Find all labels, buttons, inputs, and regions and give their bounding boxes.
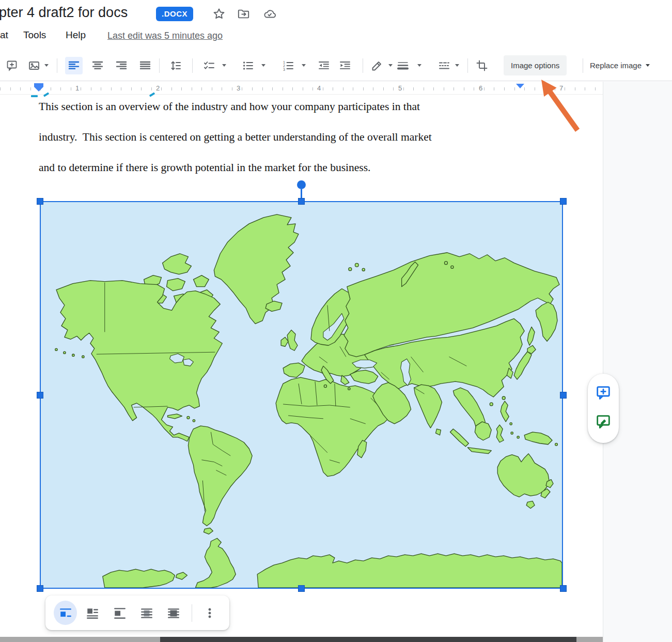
crop-icon[interactable] (473, 57, 491, 74)
checklist-caret-icon[interactable] (222, 64, 226, 67)
decrease-indent-icon[interactable] (315, 57, 333, 74)
break-text-icon[interactable] (110, 603, 130, 623)
world-map-image[interactable] (40, 201, 563, 589)
ruler-number: 6 (479, 84, 482, 92)
increase-indent-icon[interactable] (336, 57, 354, 74)
page-margin-panel (603, 82, 672, 642)
toolbar-separator (583, 58, 583, 73)
ruler-number: 3 (237, 84, 240, 92)
ruler-ticks (0, 87, 603, 90)
resize-handle-s[interactable] (298, 585, 305, 592)
align-right-icon[interactable] (113, 57, 130, 74)
replace-image-label: Replace image (590, 61, 642, 70)
left-indent-marker[interactable] (34, 83, 43, 87)
paragraph-line[interactable]: industry. This section is centered on ge… (39, 131, 432, 144)
insert-image-icon[interactable] (25, 57, 43, 74)
docx-badge: .DOCX (156, 7, 193, 21)
move-folder-icon[interactable] (237, 7, 250, 21)
border-dash-caret-icon[interactable] (455, 64, 459, 67)
insert-image-caret-icon[interactable] (44, 64, 49, 67)
svg-text:2: 2 (283, 64, 285, 68)
last-edit-link[interactable]: Last edit was 5 minutes ago (107, 30, 223, 41)
toolbar-separator (467, 58, 468, 73)
cloud-status-icon[interactable] (263, 7, 276, 21)
replace-image-button[interactable]: Replace image (590, 55, 650, 75)
horizontal-scrollbar-thumb[interactable] (160, 637, 576, 642)
align-left-icon[interactable] (65, 57, 83, 74)
resize-handle-nw[interactable] (37, 198, 43, 205)
paragraph-line[interactable]: This section is an overview of the indus… (39, 100, 420, 113)
rotation-handle[interactable] (297, 180, 306, 189)
heading-text-fragment (31, 95, 38, 97)
add-comment-icon[interactable] (595, 385, 612, 403)
resize-handle-e[interactable] (560, 392, 567, 399)
toolbar-separator (192, 58, 193, 73)
checklist-icon[interactable] (200, 57, 218, 74)
google-docs-window: pter 4 draft2 for docs .DOCX at Tools He… (0, 0, 672, 642)
more-options-icon[interactable] (200, 603, 220, 623)
image-wrap-toolbar (45, 595, 229, 630)
border-color-icon[interactable] (368, 57, 386, 74)
border-weight-caret-icon[interactable] (417, 64, 421, 67)
side-action-pill (588, 374, 619, 443)
border-weight-icon[interactable] (394, 57, 412, 74)
horizontal-ruler[interactable]: 1 2 3 4 5 6 7 (0, 83, 603, 95)
border-dash-icon[interactable] (435, 57, 453, 74)
resize-handle-se[interactable] (560, 585, 567, 592)
numbered-list-caret-icon[interactable] (302, 64, 306, 67)
ruler-number: 7 (559, 84, 563, 92)
justify-icon[interactable] (136, 57, 154, 74)
numbered-list-icon[interactable]: 123 (279, 57, 297, 74)
resize-handle-w[interactable] (37, 392, 43, 399)
resize-handle-sw[interactable] (37, 585, 43, 592)
add-comment-icon[interactable] (3, 57, 21, 74)
right-indent-marker[interactable] (516, 84, 524, 88)
document-title[interactable]: pter 4 draft2 for docs (0, 5, 128, 21)
star-icon[interactable] (212, 7, 226, 21)
paragraph-line[interactable]: and to determine if there is growth pote… (39, 161, 370, 174)
in-front-text-icon[interactable] (164, 603, 183, 623)
svg-text:1: 1 (283, 60, 285, 64)
first-line-indent-marker[interactable] (34, 87, 43, 91)
toolbar-separator (57, 58, 57, 73)
wrap-text-icon[interactable] (83, 603, 102, 623)
wrap-toolbar-separator (192, 604, 192, 622)
inline-icon[interactable] (54, 601, 77, 625)
replace-image-caret-icon (646, 64, 650, 67)
behind-text-icon[interactable] (137, 603, 157, 623)
resize-handle-ne[interactable] (560, 198, 567, 205)
resize-handle-n[interactable] (298, 198, 305, 205)
menu-tools[interactable]: Tools (23, 29, 46, 41)
toolbar-separator (363, 58, 363, 73)
suggest-edits-icon[interactable] (595, 414, 612, 432)
border-color-caret-icon[interactable] (388, 64, 393, 67)
bulleted-list-icon[interactable] (239, 57, 257, 74)
image-options-label: Image options (511, 61, 559, 70)
bulleted-list-caret-icon[interactable] (261, 64, 265, 67)
image-options-button[interactable]: Image options (504, 55, 567, 75)
align-center-icon[interactable] (89, 57, 106, 74)
ruler-number: 4 (317, 84, 321, 92)
ruler-number: 5 (398, 84, 402, 92)
line-spacing-icon[interactable] (167, 57, 184, 74)
ruler-number: 2 (156, 84, 160, 92)
svg-text:3: 3 (283, 68, 285, 71)
menu-help[interactable]: Help (66, 29, 86, 41)
toolbar-separator (159, 58, 160, 73)
menu-format-partial[interactable]: at (0, 29, 8, 41)
ruler-number: 1 (75, 84, 79, 92)
